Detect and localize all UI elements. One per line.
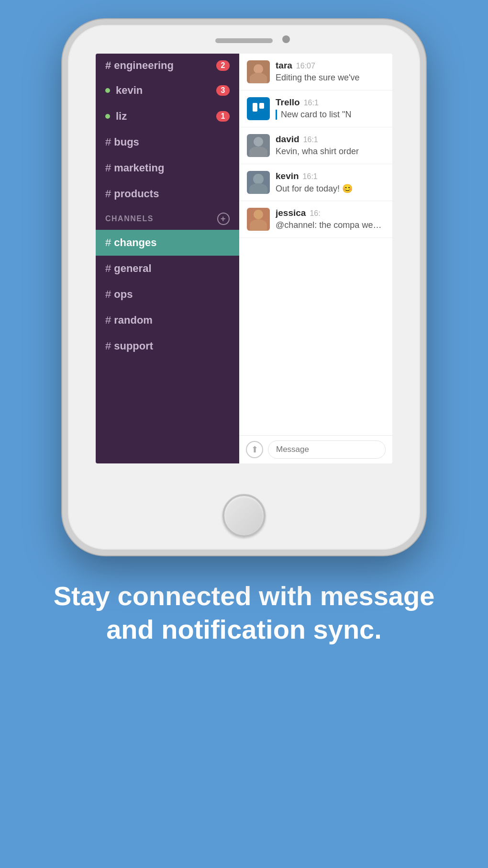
message-input[interactable] bbox=[268, 440, 386, 459]
random-label: random bbox=[114, 314, 153, 327]
tagline-line2: and notification sync. bbox=[106, 614, 382, 644]
sidebar-item-ops[interactable]: # ops bbox=[96, 282, 239, 307]
ops-label: ops bbox=[114, 288, 133, 301]
message-sender: kevin bbox=[276, 171, 299, 181]
upload-icon: ⬆ bbox=[251, 444, 258, 455]
message-text: @channel: the compa week? bbox=[276, 220, 385, 230]
message-header: kevin 16:1 bbox=[276, 171, 385, 181]
sidebar-item-marketing[interactable]: # marketing bbox=[96, 155, 239, 181]
sidebar-item-general[interactable]: # general bbox=[96, 256, 239, 282]
message-list: tara 16:07 Editing the sure we've bbox=[239, 54, 392, 435]
phone-wrapper: #engineering 2 kevin 3 liz 1 # bbox=[62, 19, 426, 555]
message-time: 16:1 bbox=[304, 99, 319, 107]
avatar-kevin bbox=[247, 171, 270, 194]
home-button[interactable] bbox=[222, 494, 266, 537]
message-content: jessica 16: @channel: the compa week? bbox=[276, 208, 385, 230]
hash-icon: # bbox=[105, 162, 111, 174]
message-item-tara[interactable]: tara 16:07 Editing the sure we've bbox=[239, 54, 392, 90]
message-item-trello[interactable]: Trello 16:1 New card to list "N bbox=[239, 90, 392, 127]
avatar-jessica bbox=[247, 208, 270, 231]
bugs-label: bugs bbox=[114, 136, 139, 148]
changes-label: changes bbox=[114, 237, 156, 249]
marketing-label: marketing bbox=[114, 162, 164, 174]
products-label: products bbox=[114, 188, 159, 200]
messages-panel: tara 16:07 Editing the sure we've bbox=[239, 54, 392, 463]
liz-badge: 1 bbox=[216, 111, 230, 122]
tagline: Stay connected with message and notifica… bbox=[15, 579, 473, 675]
hash-icon: # bbox=[105, 314, 111, 327]
message-input-bar: ⬆ bbox=[239, 435, 392, 463]
channels-label: CHANNELS bbox=[105, 214, 154, 223]
message-header: tara 16:07 bbox=[276, 60, 385, 71]
trello-logo-icon bbox=[251, 101, 266, 116]
sidebar-item-changes[interactable]: # changes bbox=[96, 230, 239, 256]
side-button-right bbox=[424, 140, 426, 183]
sidebar-item-random[interactable]: # random bbox=[96, 307, 239, 333]
engineering-badge: 2 bbox=[216, 60, 230, 71]
svg-rect-0 bbox=[253, 103, 257, 112]
tagline-text: Stay connected with message and notifica… bbox=[54, 579, 435, 646]
message-time: 16: bbox=[310, 209, 320, 218]
message-time: 16:07 bbox=[296, 62, 315, 70]
message-sender: Trello bbox=[276, 97, 300, 108]
engineering-label: #engineering bbox=[105, 59, 174, 72]
message-sender: tara bbox=[276, 60, 292, 71]
avatar-tara bbox=[247, 60, 270, 83]
side-button-left-bottom bbox=[62, 159, 64, 188]
hash-icon: # bbox=[105, 262, 111, 275]
phone-screen: #engineering 2 kevin 3 liz 1 # bbox=[96, 54, 392, 463]
phone-frame: #engineering 2 kevin 3 liz 1 # bbox=[62, 19, 426, 555]
tagline-line1: Stay connected with message bbox=[54, 581, 435, 611]
general-label: general bbox=[114, 262, 151, 275]
support-label: support bbox=[114, 340, 153, 352]
message-content: david 16:1 Kevin, wha shirt order bbox=[276, 134, 385, 157]
add-channel-button[interactable]: + bbox=[217, 213, 230, 225]
message-header: Trello 16:1 bbox=[276, 97, 385, 108]
message-text: Out for de today! 😊 bbox=[276, 183, 385, 194]
sidebar-item-liz[interactable]: liz 1 bbox=[96, 103, 239, 129]
sidebar-item-support[interactable]: # support bbox=[96, 333, 239, 359]
online-dot bbox=[105, 88, 110, 93]
camera bbox=[282, 35, 290, 43]
sidebar-item-kevin[interactable]: kevin 3 bbox=[96, 78, 239, 103]
message-item-david[interactable]: david 16:1 Kevin, wha shirt order bbox=[239, 127, 392, 164]
message-text: New card to list "N bbox=[276, 110, 385, 120]
hash-icon: # bbox=[105, 288, 111, 301]
message-sender: david bbox=[276, 134, 299, 145]
message-content: Trello 16:1 New card to list "N bbox=[276, 97, 385, 120]
sidebar-item-bugs[interactable]: # bugs bbox=[96, 129, 239, 155]
message-text: Editing the sure we've bbox=[276, 73, 385, 83]
message-text: Kevin, wha shirt order bbox=[276, 147, 385, 157]
sidebar-item-engineering[interactable]: #engineering 2 bbox=[96, 54, 239, 78]
message-time: 16:1 bbox=[303, 172, 318, 181]
kevin-label: kevin bbox=[116, 84, 143, 97]
avatar-david bbox=[247, 134, 270, 157]
hash-icon: # bbox=[105, 136, 111, 148]
sidebar-item-products[interactable]: # products bbox=[96, 181, 239, 207]
message-sender: jessica bbox=[276, 208, 306, 218]
speaker bbox=[215, 38, 273, 43]
message-content: kevin 16:1 Out for de today! 😊 bbox=[276, 171, 385, 194]
attach-button[interactable]: ⬆ bbox=[246, 441, 263, 458]
plus-icon: + bbox=[221, 214, 226, 223]
channels-header: CHANNELS + bbox=[96, 207, 239, 230]
kevin-badge: 3 bbox=[216, 85, 230, 96]
hash-icon: # bbox=[105, 188, 111, 200]
message-header: jessica 16: bbox=[276, 208, 385, 218]
hash-icon: # bbox=[105, 237, 111, 249]
avatar-trello bbox=[247, 97, 270, 120]
message-item-kevin[interactable]: kevin 16:1 Out for de today! 😊 bbox=[239, 164, 392, 201]
online-dot bbox=[105, 114, 110, 119]
message-header: david 16:1 bbox=[276, 134, 385, 145]
hash-icon: # bbox=[105, 340, 111, 352]
message-item-jessica[interactable]: jessica 16: @channel: the compa week? bbox=[239, 201, 392, 238]
message-time: 16:1 bbox=[303, 135, 318, 144]
message-content: tara 16:07 Editing the sure we've bbox=[276, 60, 385, 83]
side-button-left-top bbox=[62, 121, 64, 149]
liz-label: liz bbox=[116, 110, 127, 123]
sidebar: #engineering 2 kevin 3 liz 1 # bbox=[96, 54, 239, 463]
svg-rect-1 bbox=[259, 103, 264, 109]
